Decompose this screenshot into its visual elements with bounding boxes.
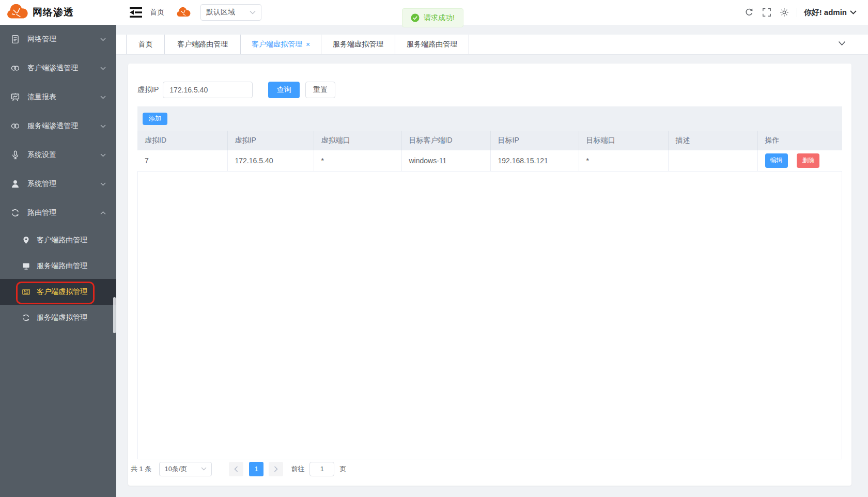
cell-virtual-id: 7 [137, 150, 227, 171]
sync-icon [22, 313, 30, 322]
virtual-ip-input[interactable] [163, 82, 253, 98]
monitor-icon [22, 261, 30, 271]
sidebar-item-traffic-report[interactable]: 流量报表 [0, 83, 116, 112]
success-toast: 请求成功! [402, 8, 463, 27]
page-number-button[interactable]: 1 [249, 462, 264, 476]
edit-button[interactable]: 编辑 [765, 153, 788, 168]
col-header-virtual-id: 虚拟ID [137, 131, 227, 150]
chevron-down-icon [250, 10, 256, 14]
cell-virtual-port: * [314, 150, 401, 171]
tab-client-route-mgmt[interactable]: 客户端路由管理 [164, 35, 240, 54]
chevron-down-icon [100, 125, 106, 128]
add-button[interactable]: 添加 [143, 113, 167, 125]
theme-sun-icon[interactable] [780, 8, 789, 17]
sidebar-item-server-virtual-mgmt[interactable]: 服务端虚拟管理 [0, 305, 116, 331]
tab-server-route-mgmt[interactable]: 服务端路由管理 [395, 35, 469, 54]
sidebar-item-system-mgmt[interactable]: 系统管理 [0, 169, 116, 198]
cell-target-ip: 192.168.15.121 [490, 150, 579, 171]
topbar-actions: 你好! admin [736, 8, 868, 18]
sidebar-item-server-route-mgmt[interactable]: 服务端路由管理 [0, 253, 116, 279]
cell-target-port: * [579, 150, 668, 171]
breadcrumb-home[interactable]: 首页 [150, 8, 164, 17]
logo-cloud-icon [5, 4, 29, 21]
refresh-icon[interactable] [745, 8, 754, 17]
chevron-down-icon [850, 10, 857, 14]
page-unit-label: 页 [339, 464, 346, 474]
scrollbar-thumb[interactable] [113, 297, 116, 333]
sidebar-item-network-mgmt[interactable]: 网络管理 [0, 25, 116, 54]
cell-target-client-id: windows-11 [401, 150, 490, 171]
table-toolbar: 添加 [137, 106, 842, 131]
logo: 网络渗透 [0, 4, 116, 21]
reset-button[interactable]: 重置 [305, 82, 335, 98]
chart-board-icon [10, 92, 20, 102]
chevron-down-icon [100, 96, 106, 99]
table-header-row: 虚拟ID 虚拟IP 虚拟端口 目标客户端ID 目标IP 目标端口 描述 操作 [137, 131, 842, 150]
goto-label: 前往 [291, 464, 304, 474]
sidebar-item-client-virtual-mgmt[interactable]: 客户端虚拟管理 [0, 279, 116, 305]
sidebar-item-label: 服务端渗透管理 [27, 121, 78, 131]
app-title: 网络渗透 [33, 6, 74, 19]
link-icon [10, 121, 20, 131]
tab-label: 客户端路由管理 [177, 40, 228, 49]
sidebar: 网络管理 客户端渗透管理 流量报表 服务端渗透管理 系统设置 系统管理 [0, 25, 116, 497]
region-select-value: 默认区域 [206, 8, 235, 17]
data-table: 虚拟ID 虚拟IP 虚拟端口 目标客户端ID 目标IP 目标端口 描述 操作 7 [137, 131, 842, 172]
sidebar-item-label: 流量报表 [27, 92, 56, 102]
table-section: 添加 虚拟ID 虚拟IP 虚拟端口 目标客户端ID 目标IP [137, 106, 842, 459]
chevron-down-icon [100, 153, 106, 157]
chevron-down-icon[interactable] [838, 41, 846, 46]
goto-page-input[interactable] [309, 462, 334, 476]
tab-home[interactable]: 首页 [126, 35, 164, 54]
cell-virtual-ip: 172.16.5.40 [227, 150, 314, 171]
collapse-sidebar-icon[interactable] [129, 7, 143, 18]
tab-label: 首页 [138, 40, 153, 49]
sidebar-item-system-settings[interactable]: 系统设置 [0, 141, 116, 169]
query-button[interactable]: 查询 [268, 82, 300, 98]
sidebar-item-label: 系统设置 [27, 150, 56, 160]
delete-button[interactable]: 删除 [797, 153, 819, 168]
table-empty-area [137, 172, 842, 459]
fullscreen-icon[interactable] [762, 8, 771, 17]
microphone-icon [10, 150, 20, 160]
pagination-total: 共 1 条 [131, 464, 151, 474]
sidebar-item-label: 客户端路由管理 [37, 236, 87, 245]
sidebar-item-route-mgmt[interactable]: 路由管理 [0, 198, 116, 227]
sidebar-item-label: 路由管理 [27, 208, 56, 218]
chevron-up-icon [100, 211, 106, 215]
check-circle-icon [411, 13, 420, 22]
user-greeting: 你好! admin [804, 8, 847, 18]
cell-actions: 编辑 删除 [757, 150, 842, 171]
sidebar-item-client-pentest-mgmt[interactable]: 客户端渗透管理 [0, 54, 116, 83]
sidebar-item-label: 服务端路由管理 [37, 261, 87, 271]
user-menu[interactable]: 你好! admin [804, 8, 857, 18]
region-select[interactable]: 默认区域 [200, 4, 261, 21]
tab-server-virtual-mgmt[interactable]: 服务端虚拟管理 [321, 35, 395, 54]
sidebar-item-client-route-mgmt[interactable]: 客户端路由管理 [0, 227, 116, 253]
virtual-ip-label: 虚拟IP [137, 85, 159, 95]
chevron-left-icon [234, 466, 238, 472]
sidebar-item-server-pentest-mgmt[interactable]: 服务端渗透管理 [0, 112, 116, 141]
sidebar-item-label: 系统管理 [27, 179, 56, 189]
col-header-actions: 操作 [757, 131, 842, 150]
tab-label: 服务端路由管理 [407, 40, 457, 49]
document-icon [10, 34, 20, 44]
search-form: 虚拟IP 查询 重置 [137, 64, 842, 98]
tab-label: 客户端虚拟管理 [252, 40, 302, 49]
content-card: 虚拟IP 查询 重置 添加 虚拟ID 虚拟IP [128, 64, 851, 486]
card-icon [22, 287, 30, 297]
sidebar-item-label: 服务端虚拟管理 [37, 313, 87, 322]
chevron-right-icon [274, 466, 278, 472]
prev-page-button[interactable] [229, 462, 243, 476]
chevron-down-icon [100, 182, 106, 186]
table-row: 7 172.16.5.40 * windows-11 192.168.15.12… [137, 150, 842, 171]
sidebar-item-label: 网络管理 [27, 35, 56, 44]
close-icon[interactable]: × [306, 41, 310, 48]
tab-label: 服务端虚拟管理 [333, 40, 383, 49]
cloud-icon[interactable] [176, 7, 191, 18]
next-page-button[interactable] [269, 462, 283, 476]
page-size-select[interactable]: 10条/页 [159, 462, 212, 476]
pagination: 共 1 条 10条/页 1 前往 页 [131, 462, 842, 476]
tab-client-virtual-mgmt[interactable]: 客户端虚拟管理 × [240, 35, 321, 54]
cell-description [668, 150, 757, 171]
